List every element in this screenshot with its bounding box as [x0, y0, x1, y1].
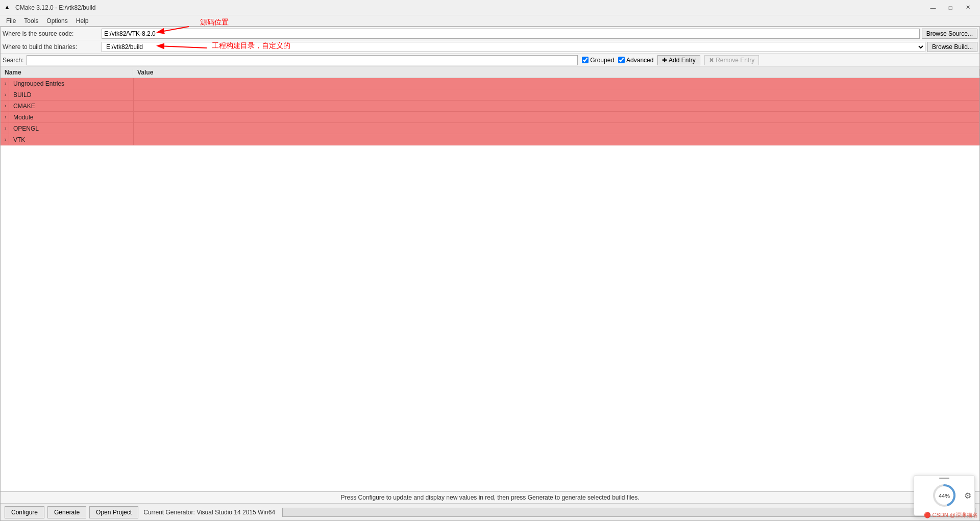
advanced-checkbox[interactable] — [618, 57, 625, 63]
row-value-cell — [134, 134, 979, 145]
row-expand-icon[interactable]: › — [1, 101, 9, 111]
search-input[interactable] — [27, 55, 578, 65]
row-expand-icon[interactable]: › — [1, 112, 9, 122]
table-area: Name Value › Ungrouped Entries › BUILD ›… — [1, 67, 979, 491]
advanced-checkbox-label[interactable]: Advanced — [618, 57, 653, 64]
table-row[interactable]: › CMAKE — [1, 101, 979, 112]
row-value-cell — [134, 112, 979, 122]
row-value-cell — [134, 78, 979, 89]
row-name-cell: OPENGL — [9, 123, 134, 134]
progress-ring: 44% — [932, 483, 957, 508]
row-expand-icon[interactable]: › — [1, 123, 9, 134]
row-value-cell — [134, 89, 979, 100]
main-window: Where is the source code: Browse Source.… — [0, 27, 980, 521]
grouped-checkbox-label[interactable]: Grouped — [582, 57, 614, 64]
titlebar-title: CMake 3.12.0 - E:/vtk82/build — [15, 4, 925, 11]
minimize-button[interactable]: — — [925, 3, 941, 13]
table-row[interactable]: › Module — [1, 112, 979, 123]
open-project-button[interactable]: Open Project — [89, 506, 138, 518]
build-path-label: Where to build the binaries: — [3, 43, 100, 51]
table-header: Name Value — [1, 67, 979, 78]
source-path-row: Where is the source code: Browse Source.… — [1, 27, 979, 40]
table-row[interactable]: › BUILD — [1, 89, 979, 101]
csdn-overlay: 44% ⚙ — [914, 475, 975, 516]
grouped-checkbox[interactable] — [582, 57, 589, 63]
add-entry-button[interactable]: ✚ Add Entry — [657, 55, 700, 65]
table-row[interactable]: › Ungrouped Entries — [1, 78, 979, 89]
status-message: Press Configure to update and display ne… — [340, 494, 639, 501]
table-row[interactable]: › OPENGL — [1, 123, 979, 134]
bottom-controls: Configure Generate Open Project Current … — [1, 503, 979, 520]
search-options: Grouped Advanced ✚ Add Entry ✖ Remove En… — [582, 55, 759, 65]
titlebar: ▲ CMake 3.12.0 - E:/vtk82/build — □ ✕ — [0, 0, 980, 15]
menu-options[interactable]: Options — [42, 16, 71, 26]
row-value-cell — [134, 101, 979, 111]
row-expand-icon[interactable]: › — [1, 134, 9, 145]
row-name-cell: Module — [9, 112, 134, 122]
row-name-cell: VTK — [9, 134, 134, 145]
grouped-label: Grouped — [590, 57, 614, 64]
row-expand-icon[interactable]: › — [1, 89, 9, 100]
build-path-select[interactable]: E:/vtk82/build — [102, 42, 925, 52]
search-label: Search: — [3, 57, 23, 64]
row-value-cell — [134, 123, 979, 134]
remove-entry-button[interactable]: ✖ Remove Entry — [704, 55, 759, 65]
menu-tools[interactable]: Tools — [20, 16, 42, 26]
drag-handle — [939, 478, 949, 479]
menubar: File Tools Options Help — [0, 15, 980, 27]
configure-button[interactable]: Configure — [5, 506, 44, 518]
progress-bar-container — [282, 508, 975, 517]
row-expand-icon[interactable]: › — [1, 78, 9, 89]
name-column-header: Name — [1, 69, 133, 76]
source-path-input[interactable] — [102, 29, 920, 39]
row-name-cell: Ungrouped Entries — [9, 78, 134, 89]
menu-help[interactable]: Help — [72, 16, 93, 26]
table-row[interactable]: › VTK — [1, 134, 979, 145]
svg-text:44%: 44% — [939, 493, 950, 499]
advanced-label: Advanced — [626, 57, 653, 64]
settings-icon[interactable]: ⚙ — [964, 491, 971, 501]
generate-button[interactable]: Generate — [47, 506, 86, 518]
value-column-header: Value — [133, 69, 979, 76]
menu-file[interactable]: File — [2, 16, 20, 26]
cmake-icon: ▲ — [4, 4, 12, 12]
row-name-cell: CMAKE — [9, 101, 134, 111]
row-name-cell: BUILD — [9, 89, 134, 100]
browse-source-button[interactable]: Browse Source... — [922, 29, 977, 39]
table-body: › Ungrouped Entries › BUILD › CMAKE › Mo… — [1, 78, 979, 145]
close-button[interactable]: ✕ — [960, 3, 976, 13]
window-controls: — □ ✕ — [925, 3, 976, 13]
build-path-row: Where to build the binaries: E:/vtk82/bu… — [1, 40, 979, 54]
generator-label: Current Generator: Visual Studio 14 2015… — [143, 509, 275, 516]
search-row: Search: Grouped Advanced ✚ Add Entry ✖ R… — [1, 54, 979, 67]
status-bar: Press Configure to update and display ne… — [1, 491, 979, 503]
source-path-label: Where is the source code: — [3, 30, 100, 37]
browse-build-button[interactable]: Browse Build... — [927, 42, 977, 52]
maximize-button[interactable]: □ — [942, 3, 959, 13]
